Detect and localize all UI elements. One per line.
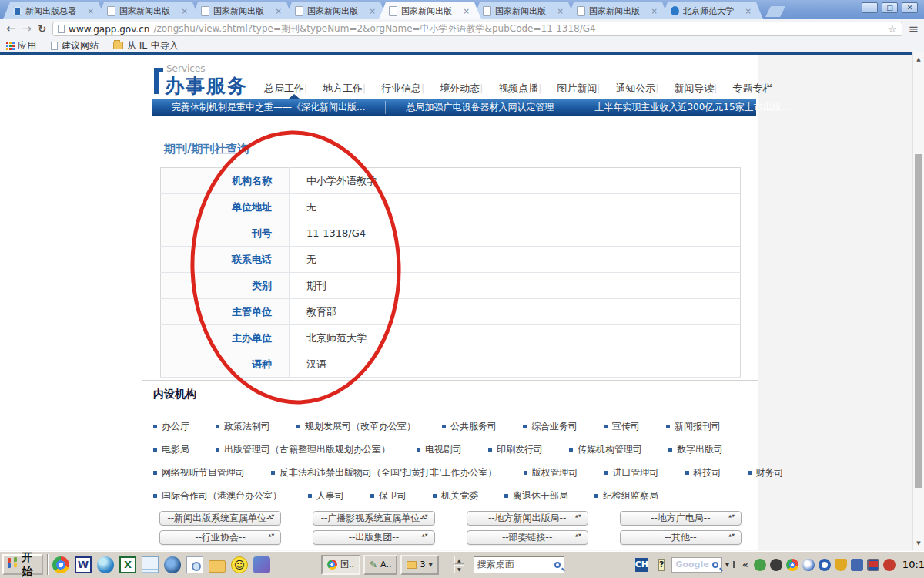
tab-close-icon[interactable]: × [276, 7, 282, 15]
bookmark-star-icon[interactable]: ☆ [888, 23, 897, 35]
org-link[interactable]: 电影局 [153, 443, 189, 456]
folder-search-icon[interactable] [209, 560, 226, 573]
media-app-icon[interactable] [253, 556, 270, 573]
org-link[interactable]: 人事司 [308, 489, 344, 502]
reload-icon[interactable]: ↻ [38, 23, 46, 35]
org-link[interactable]: 传媒机构管理司 [569, 443, 642, 456]
org-link[interactable]: 规划发展司（改革办公室） [296, 420, 416, 433]
google-deskbar[interactable]: Google [671, 557, 721, 573]
smiley-icon[interactable]: ☺ [231, 556, 248, 573]
select-local-press[interactable]: --地方新闻出版局--▲▼ [467, 511, 588, 526]
select-press-units[interactable]: --新闻出版系统直属单位--▲▼ [159, 511, 281, 526]
select-others[interactable]: --其他--▲▼ [620, 530, 742, 545]
select-ministry-links[interactable]: --部委链接--▲▼ [467, 530, 588, 545]
org-link[interactable]: 印刷发行司 [488, 443, 543, 456]
back-icon[interactable]: ← [6, 23, 16, 35]
org-link[interactable]: 政策法制司 [216, 420, 270, 433]
select-broadcast-units[interactable]: --广播影视系统直属单位--▲▼ [313, 511, 434, 526]
browser-tab[interactable]: 国家新闻出版 × [97, 2, 199, 19]
tab-close-icon[interactable]: × [182, 7, 188, 15]
org-link[interactable]: 纪检组监察局 [594, 489, 658, 502]
select-local-broadcast[interactable]: --地方广电局--▲▼ [620, 511, 742, 526]
chrome-menu-icon[interactable]: ≡ [909, 22, 918, 36]
puzzle-tray-icon[interactable] [851, 559, 863, 571]
tray-overflow-icon[interactable]: « [742, 560, 748, 570]
restore-button[interactable]: □ [882, 2, 898, 13]
browser-tab[interactable]: 国家新闻出版 × [473, 2, 575, 19]
scroll-up-icon[interactable]: ▲ [913, 54, 924, 65]
address-bar[interactable]: www.gapp.gov.cn /zongshu/view.shtml?type… [52, 22, 902, 36]
org-link[interactable]: 出版管理司（古籍整理出版规划办公室） [216, 443, 390, 456]
org-link[interactable]: 保卫司 [370, 489, 407, 502]
org-link[interactable]: 综合业务司 [523, 420, 578, 433]
language-indicator[interactable]: CH [635, 558, 648, 572]
nav-item[interactable]: 通知公示 [597, 82, 655, 96]
security-tray-icon[interactable] [883, 559, 896, 571]
tab-close-icon[interactable]: × [464, 7, 470, 15]
org-link[interactable]: 进口管理司 [604, 466, 659, 479]
notepad-icon[interactable] [142, 556, 159, 573]
close-button[interactable]: ✕ [902, 2, 918, 13]
scroll-down-icon[interactable]: ▼ [913, 538, 924, 549]
org-link[interactable]: 办公厅 [153, 420, 189, 433]
minimize-button[interactable]: — [862, 2, 878, 13]
desktop-search-input[interactable] [477, 560, 554, 570]
org-link[interactable]: 科技司 [685, 466, 721, 479]
page-scrollbar[interactable]: ▲ ▼ [912, 52, 924, 550]
nav-item[interactable]: 视频点播 [480, 82, 538, 96]
bookmark-folder[interactable]: 从 IE 中导入 [113, 39, 179, 52]
opera-tray-icon[interactable] [819, 559, 831, 571]
tab-close-icon[interactable]: × [88, 7, 94, 15]
folder-group-button[interactable]: 3 ▼ [400, 555, 438, 575]
chrome-tray-icon[interactable] [786, 559, 798, 571]
nav-item[interactable]: 境外动态 [421, 82, 480, 96]
org-link[interactable]: 离退休干部局 [504, 489, 568, 502]
org-link[interactable]: 网络视听节目管理司 [153, 466, 245, 479]
browser-tab[interactable]: 国家新闻出版 × [567, 2, 669, 19]
chrome-window-button[interactable]: 国.. [321, 555, 360, 575]
browser-tab-active[interactable]: 国家新闻出版 × [379, 2, 481, 19]
org-link[interactable]: 公共服务司 [442, 420, 497, 433]
nav-item[interactable]: 行业信息 [363, 82, 421, 96]
word-icon[interactable]: W [75, 556, 92, 573]
shield-yellow-tray-icon[interactable] [835, 559, 847, 571]
tab-close-icon[interactable]: × [651, 7, 658, 15]
excel-icon[interactable]: X [119, 556, 136, 573]
apps-shortcut[interactable]: 应用 [6, 39, 36, 52]
monitor-tray-icon[interactable] [867, 559, 879, 571]
internet-explorer-icon[interactable] [97, 556, 114, 573]
ticker-headline[interactable]: 上半年实现主业收入近300亿元15家上市出版... [574, 101, 810, 114]
tab-close-icon[interactable]: × [557, 7, 564, 15]
nav-item[interactable]: 新闻导读 [655, 82, 714, 96]
sync-tray-icon[interactable] [754, 559, 766, 571]
org-link[interactable]: 机关党委 [433, 489, 478, 502]
org-link[interactable]: 版权管理司 [524, 466, 578, 479]
audio-tray-icon[interactable] [770, 559, 782, 571]
thunderbird-icon[interactable] [164, 556, 181, 573]
select-associations[interactable]: --行业协会--▲▼ [159, 530, 281, 545]
org-link[interactable]: 数字出版司 [668, 443, 723, 456]
tab-close-icon[interactable]: × [370, 7, 376, 15]
document-search-icon[interactable] [186, 556, 203, 573]
org-link[interactable]: 宣传司 [604, 420, 640, 433]
editor-window-button[interactable]: ✎ A.. [363, 555, 397, 575]
start-button[interactable]: 开始 [2, 554, 43, 575]
browser-tab[interactable]: 国家新闻出版 × [285, 2, 387, 19]
new-tab-button[interactable] [765, 6, 785, 17]
select-publishing-groups[interactable]: --出版集团--▲▼ [313, 530, 434, 545]
taskbar-spinner[interactable]: ▲ ▼ [454, 556, 464, 573]
org-link[interactable]: 新闻报刊司 [666, 420, 721, 433]
org-link[interactable]: 财务司 [748, 466, 784, 479]
nav-item[interactable]: 专题专栏 [714, 82, 772, 96]
nav-item[interactable]: 地方工作 [304, 82, 363, 96]
org-link[interactable]: 电视剧司 [417, 443, 462, 456]
chrome-icon[interactable] [52, 556, 69, 573]
browser-tab[interactable]: 国家新闻出版 × [191, 2, 293, 19]
help-tray-icon[interactable]: ? [658, 559, 665, 571]
desktop-search-box[interactable] [474, 556, 564, 573]
bookmark-item[interactable]: 建议网站 [51, 39, 99, 52]
forward-icon[interactable]: → [22, 23, 32, 35]
browser-tab[interactable]: 北京师范大学 × [661, 2, 763, 19]
deskbar-square-icon[interactable] [733, 561, 735, 568]
tab-close-icon[interactable]: × [745, 7, 752, 15]
